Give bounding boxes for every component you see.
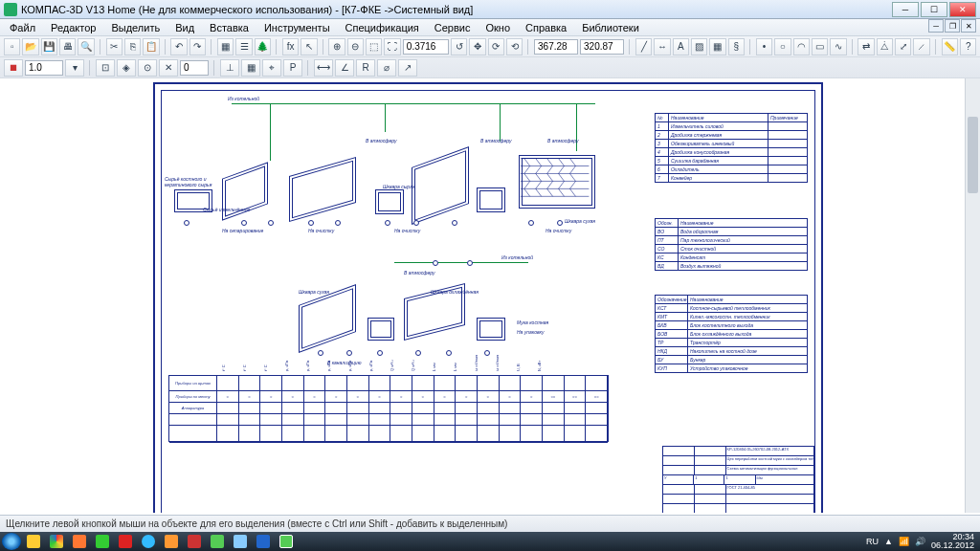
menu-view[interactable]: Вид (169, 21, 200, 34)
symbol-icon[interactable]: § (728, 38, 745, 55)
spline-icon[interactable]: ∿ (830, 38, 846, 55)
open-icon[interactable]: 📂 (22, 38, 38, 55)
table-icon[interactable]: ▦ (709, 38, 725, 55)
cut-icon[interactable]: ✂ (106, 38, 122, 55)
angdim-icon[interactable]: ∠ (335, 59, 354, 77)
maximize-button[interactable]: ☐ (921, 2, 947, 17)
ortho-icon[interactable]: ⊥ (220, 59, 239, 77)
line-icon[interactable]: ╱ (635, 38, 652, 55)
tray-flag-icon[interactable]: ▲ (884, 537, 893, 546)
menu-tools[interactable]: Инструменты (258, 21, 336, 34)
step-input[interactable] (180, 60, 209, 76)
param-icon[interactable]: P (283, 59, 302, 77)
task-winamp[interactable] (161, 533, 182, 550)
task-autocad[interactable] (184, 533, 205, 550)
dropdown-icon[interactable]: ▾ (65, 59, 84, 77)
task-chrome[interactable] (46, 533, 67, 550)
grid-icon[interactable]: ▦ (241, 59, 260, 77)
menu-bar: Файл Редактор Выделить Вид Вставка Инстр… (0, 19, 980, 36)
properties-icon[interactable]: ☰ (235, 38, 252, 55)
trim-icon[interactable]: ⟋ (913, 38, 929, 55)
zoom-window-icon[interactable]: ⬚ (366, 38, 382, 55)
menu-window[interactable]: Окно (479, 21, 516, 34)
rect-icon[interactable]: ▭ (812, 38, 828, 55)
redo-icon[interactable]: ↷ (189, 38, 206, 55)
circle-icon[interactable]: ○ (774, 38, 791, 55)
tree-icon[interactable]: 🌲 (255, 38, 271, 55)
vertical-scrollbar[interactable] (965, 78, 980, 513)
mdi-close[interactable]: ✕ (961, 19, 976, 33)
coord-y-input[interactable] (580, 39, 624, 55)
task-explorer[interactable] (23, 533, 44, 550)
diamdim-icon[interactable]: ⌀ (377, 59, 396, 77)
rotate-icon[interactable]: ⟳ (488, 38, 504, 55)
linedim-icon[interactable]: ⟷ (314, 59, 333, 77)
cursor-icon[interactable]: ↖ (301, 38, 317, 55)
zoom-input[interactable] (403, 39, 449, 55)
zoom-fit-icon[interactable]: ⛶ (384, 38, 400, 55)
leader-icon[interactable]: ↗ (398, 59, 417, 77)
scale-input[interactable] (25, 60, 63, 76)
tray-net-icon[interactable]: 📶 (899, 537, 909, 546)
menu-libs[interactable]: Библиотеки (576, 21, 645, 34)
save-icon[interactable]: 💾 (41, 38, 57, 55)
snap-mid-icon[interactable]: ◈ (117, 59, 136, 77)
move-icon[interactable]: ⇄ (858, 38, 874, 55)
undo-icon[interactable]: ↶ (170, 38, 187, 55)
label-to-packing: На упаковку (517, 329, 544, 335)
task-calc[interactable] (230, 533, 251, 550)
layers-icon[interactable]: ▦ (217, 38, 234, 55)
copy-icon[interactable]: ⎘ (124, 38, 141, 55)
menu-file[interactable]: Файл (4, 21, 41, 34)
menu-help[interactable]: Справка (520, 21, 572, 34)
mdi-restore[interactable]: ❐ (945, 19, 960, 33)
refresh-icon[interactable]: ⟲ (506, 38, 523, 55)
menu-select[interactable]: Выделить (105, 21, 166, 34)
mirror-icon[interactable]: ⧊ (877, 38, 893, 55)
task-kompasdoc[interactable] (276, 533, 297, 550)
paste-icon[interactable]: 📋 (143, 38, 159, 55)
menu-insert[interactable]: Вставка (204, 21, 255, 34)
snap-center-icon[interactable]: ⊙ (138, 59, 157, 77)
menu-edit[interactable]: Редактор (45, 21, 101, 34)
measure-icon[interactable]: 📏 (942, 38, 958, 55)
tray-date[interactable]: 06.12.2012 (931, 541, 974, 550)
minimize-button[interactable]: ─ (892, 2, 919, 17)
variables-icon[interactable]: fx (282, 38, 299, 55)
raddim-icon[interactable]: R (356, 59, 375, 77)
scale-icon[interactable]: ⤢ (895, 38, 911, 55)
pan-icon[interactable]: ✥ (469, 38, 485, 55)
tray-sound-icon[interactable]: 🔊 (915, 537, 925, 546)
zoom-prev-icon[interactable]: ↺ (451, 38, 467, 55)
zoom-out-icon[interactable]: ⊖ (347, 38, 364, 55)
task-skype[interactable] (138, 533, 159, 550)
coord-x-input[interactable] (534, 39, 578, 55)
tray-lang[interactable]: RU (866, 537, 879, 546)
zoom-in-icon[interactable]: ⊕ (328, 38, 345, 55)
help-icon[interactable]: ? (960, 38, 976, 55)
mdi-minimize[interactable]: ─ (928, 19, 944, 33)
close-button[interactable]: ✕ (949, 2, 976, 17)
point-icon[interactable]: • (756, 38, 772, 55)
arc-icon[interactable]: ◠ (793, 38, 810, 55)
task-firefox[interactable] (69, 533, 90, 550)
dimension-icon[interactable]: ↔ (654, 38, 670, 55)
task-kompas[interactable] (207, 533, 228, 550)
snap-icon[interactable]: ⌖ (262, 59, 281, 77)
stop-icon[interactable]: ⏹ (4, 59, 23, 77)
new-icon[interactable]: ▫ (4, 38, 20, 55)
snap-intersect-icon[interactable]: ✕ (159, 59, 178, 77)
preview-icon[interactable]: 🔍 (78, 38, 94, 55)
snap-end-icon[interactable]: ⊡ (96, 59, 115, 77)
drawing-sheet[interactable]: Из котельной В атмосферу В атмосферу В а… (153, 82, 823, 513)
task-opera[interactable] (115, 533, 136, 550)
task-utorrent[interactable] (92, 533, 113, 550)
task-word[interactable] (253, 533, 274, 550)
start-button[interactable] (2, 533, 21, 550)
drawing-canvas[interactable]: Из котельной В атмосферу В атмосферу В а… (0, 78, 965, 513)
text-icon[interactable]: A (673, 38, 689, 55)
menu-spec[interactable]: Спецификация (340, 21, 425, 34)
menu-service[interactable]: Сервис (429, 21, 477, 34)
hatch-icon[interactable]: ▨ (691, 38, 707, 55)
print-icon[interactable]: 🖶 (59, 38, 76, 55)
